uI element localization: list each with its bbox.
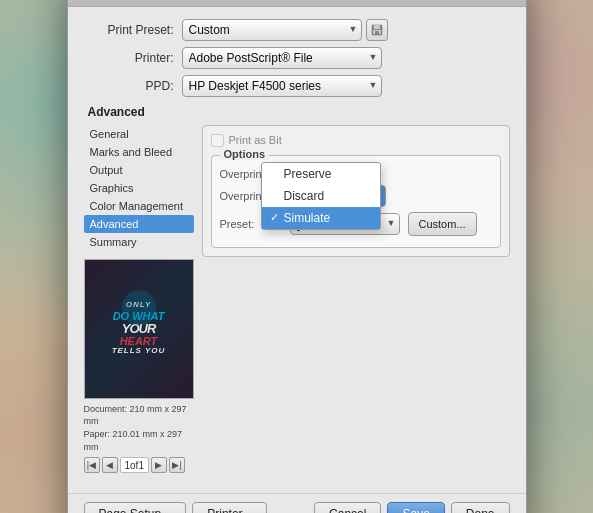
svg-rect-3 xyxy=(375,31,379,34)
page-separator: of xyxy=(130,460,138,471)
dialog-title: Print xyxy=(68,0,526,7)
dropdown-item-simulate[interactable]: ✓ Simulate xyxy=(262,207,380,229)
preview-poster: ONLY DO WHAT YOUR HEART TELLS YOU xyxy=(85,260,193,398)
main-area: General Marks and Bleed Output Graphics … xyxy=(84,125,510,473)
paper-dimensions: Paper: 210.01 mm x 297 mm xyxy=(84,428,194,453)
next-page-button[interactable]: ▶ xyxy=(151,457,167,473)
footer-right: Cancel Save Done xyxy=(314,502,509,513)
custom-button[interactable]: Custom... xyxy=(408,212,477,236)
ppd-row: PPD: HP Deskjet F4500 series ▼ xyxy=(84,75,510,97)
sidebar-item-output[interactable]: Output xyxy=(84,161,194,179)
print-preset-row: Print Preset: Custom ▼ xyxy=(84,19,510,41)
print-preset-select[interactable]: Custom xyxy=(182,19,362,41)
save-button[interactable]: Save xyxy=(387,502,444,513)
save-preset-button[interactable] xyxy=(366,19,388,41)
sidebar-item-color[interactable]: Color Management xyxy=(84,197,194,215)
page-total: 1 xyxy=(138,460,144,471)
sidebar-item-marks[interactable]: Marks and Bleed xyxy=(84,143,194,161)
discard-label: Discard xyxy=(284,189,325,203)
document-info: Document: 210 mm x 297 mm Paper: 210.01 … xyxy=(84,403,194,453)
sidebar-item-advanced[interactable]: Advanced xyxy=(84,215,194,233)
print-preset-wrapper: Custom ▼ xyxy=(182,19,362,41)
print-dialog: Print Print Preset: Custom ▼ Pri xyxy=(67,0,527,513)
prev-page-button[interactable]: ◀ xyxy=(102,457,118,473)
page-setup-button[interactable]: Page Setup... xyxy=(84,502,187,513)
printer-row: Printer: Adobe PostScript® File ▼ xyxy=(84,47,510,69)
printer-button[interactable]: Printer... xyxy=(192,502,267,513)
dropdown-overlay: Preserve Discard ✓ Simulate xyxy=(261,162,381,230)
print-as-bitmap-checkbox[interactable] xyxy=(211,134,224,147)
print-preset-label: Print Preset: xyxy=(84,23,174,37)
options-title: Options xyxy=(220,148,270,160)
preserve-label: Preserve xyxy=(284,167,332,181)
dropdown-item-preserve[interactable]: Preserve xyxy=(262,163,380,185)
simulate-check: ✓ xyxy=(270,211,284,224)
print-as-bitmap-row: Print as Bit xyxy=(211,134,501,147)
ppd-label: PPD: xyxy=(84,79,174,93)
preview-area: ONLY DO WHAT YOUR HEART TELLS YOU Docume… xyxy=(84,259,194,473)
right-panel: Print as Bit Options Overprint a Overpri… xyxy=(202,125,510,473)
last-page-button[interactable]: ▶| xyxy=(169,457,185,473)
advanced-header: Advanced xyxy=(84,105,510,119)
poster-heart-decoration xyxy=(121,291,156,326)
page-info: 1 of 1 xyxy=(120,457,149,473)
poster-line5: TELLS YOU xyxy=(112,347,166,356)
sidebar-item-general[interactable]: General xyxy=(84,125,194,143)
pagination-row: |◀ ◀ 1 of 1 ▶ ▶| xyxy=(84,457,194,473)
cancel-button[interactable]: Cancel xyxy=(314,502,381,513)
simulate-label: Simulate xyxy=(284,211,331,225)
doc-dimensions: Document: 210 mm x 297 mm xyxy=(84,403,194,428)
dropdown-item-discard[interactable]: Discard xyxy=(262,185,380,207)
sidebar: General Marks and Bleed Output Graphics … xyxy=(84,125,194,473)
footer-left: Page Setup... Printer... xyxy=(84,502,267,513)
printer-label: Printer: xyxy=(84,51,174,65)
dialog-footer: Page Setup... Printer... Cancel Save Don… xyxy=(68,493,526,513)
done-button[interactable]: Done xyxy=(451,502,510,513)
svg-rect-1 xyxy=(374,25,380,29)
sidebar-item-graphics[interactable]: Graphics xyxy=(84,179,194,197)
ppd-wrapper: HP Deskjet F4500 series ▼ xyxy=(182,75,382,97)
advanced-section: Print as Bit Options Overprint a Overpri… xyxy=(202,125,510,257)
save-disk-icon xyxy=(371,24,383,36)
printer-wrapper: Adobe PostScript® File ▼ xyxy=(182,47,382,69)
preview-box: ONLY DO WHAT YOUR HEART TELLS YOU xyxy=(84,259,194,399)
printer-select[interactable]: Adobe PostScript® File xyxy=(182,47,382,69)
sidebar-item-summary[interactable]: Summary xyxy=(84,233,194,251)
first-page-button[interactable]: |◀ xyxy=(84,457,100,473)
ppd-select[interactable]: HP Deskjet F4500 series xyxy=(182,75,382,97)
print-as-bitmap-label: Print as Bit xyxy=(229,134,282,146)
